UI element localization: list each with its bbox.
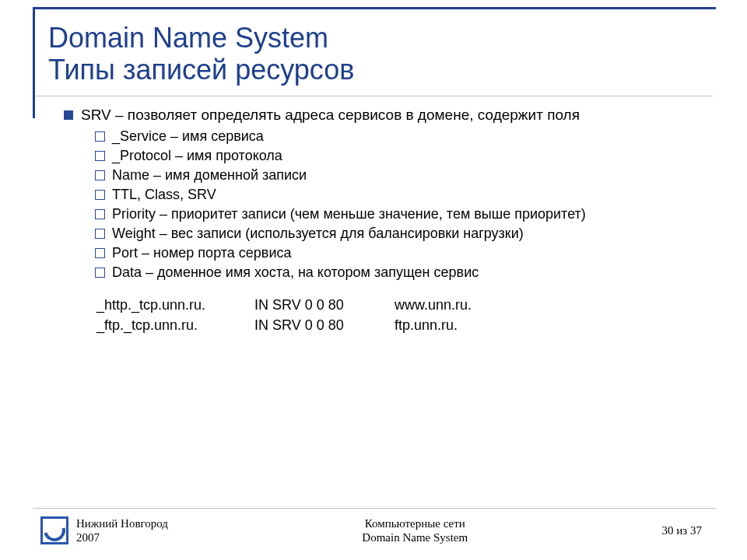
sub-item: Port – номер порта сервиса (95, 244, 705, 262)
sub-item: Weight – вес записи (используется для ба… (95, 225, 705, 243)
sub-item: Name – имя доменной записи (95, 166, 705, 184)
title-line-2: Типы записей ресурсов (48, 54, 708, 86)
example-row: _ftp._tcp.unn.ru. IN SRV 0 0 80 ftp.unn.… (96, 316, 705, 335)
example-record: IN SRV 0 0 80 (254, 316, 388, 335)
footer-location: Нижний Новгород 2007 (76, 516, 168, 544)
sub-item: TTL, Class, SRV (95, 186, 705, 204)
sub-item: Data – доменное имя хоста, на котором за… (95, 264, 705, 282)
sub-item: _Service – имя сервиса (95, 128, 705, 145)
footer-year: 2007 (76, 530, 168, 544)
footer-topic: Domain Name System (168, 530, 662, 545)
title-line-1: Domain Name System (48, 22, 328, 54)
footer-course: Компьютерные сети (168, 516, 662, 531)
footer-center: Компьютерные сети Domain Name System (168, 516, 662, 546)
example-target: ftp.unn.ru. (395, 316, 458, 335)
sub-item-text: Port – номер порта сервиса (112, 245, 291, 261)
footer-city: Нижний Новгород (76, 516, 168, 530)
unn-logo-icon (40, 516, 68, 544)
sub-item-text: _Protocol – имя протокола (112, 148, 282, 163)
bullet-sublist: _Service – имя сервиса _Protocol – имя п… (81, 128, 705, 282)
examples-block: _http._tcp.unn.ru. IN SRV 0 0 80 www.unn… (96, 296, 705, 334)
sub-item: Priority – приоритет записи (чем меньше … (95, 205, 705, 223)
sub-item-text: Data – доменное имя хоста, на котором за… (112, 264, 479, 280)
footer-page: 30 из 37 (662, 524, 705, 537)
accent-bar (33, 9, 35, 118)
sub-item-text: Name – имя доменной записи (112, 167, 307, 183)
bullet-list: SRV – позволяет определять адреса сервис… (64, 106, 705, 335)
slide-footer: Нижний Новгород 2007 Компьютерные сети D… (33, 508, 716, 546)
sub-item-text: Weight – вес записи (используется для ба… (112, 226, 524, 241)
slide: Domain Name System Типы записей ресурсов… (33, 7, 716, 553)
sub-item-text: TTL, Class, SRV (112, 187, 216, 202)
example-row: _http._tcp.unn.ru. IN SRV 0 0 80 www.unn… (96, 296, 705, 315)
sub-item: _Protocol – имя протокола (95, 147, 705, 165)
sub-item-text: _Service – имя сервиса (112, 128, 264, 144)
example-name: _ftp._tcp.unn.ru. (96, 316, 248, 335)
example-name: _http._tcp.unn.ru. (96, 296, 248, 315)
bullet-main: SRV – позволяет определять адреса сервис… (64, 106, 705, 335)
slide-title: Domain Name System Типы записей ресурсов (33, 9, 716, 91)
slide-content: SRV – позволяет определять адреса сервис… (33, 96, 716, 335)
bullet-main-text: SRV – позволяет определять адреса сервис… (81, 107, 580, 123)
footer-left: Нижний Новгород 2007 (40, 516, 168, 544)
sub-item-text: Priority – приоритет записи (чем меньше … (112, 206, 586, 222)
example-record: IN SRV 0 0 80 (254, 296, 388, 315)
example-target: www.unn.ru. (395, 296, 472, 315)
